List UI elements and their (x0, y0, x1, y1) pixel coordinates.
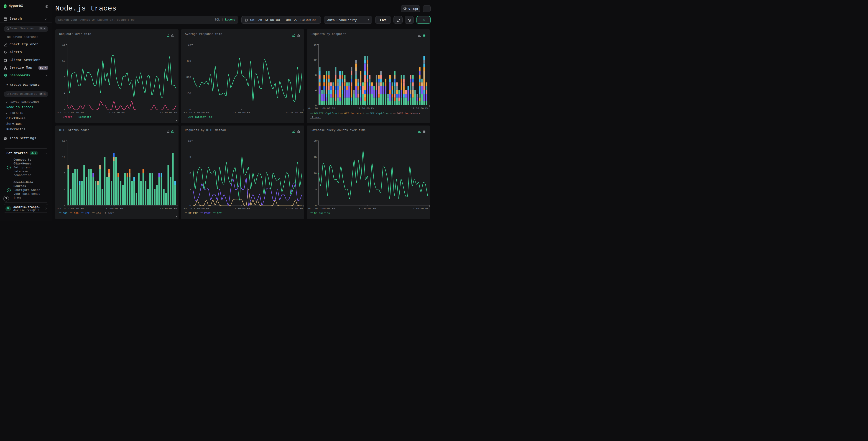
svg-text:12:30:00 PM: 12:30:00 PM (285, 207, 303, 210)
svg-text:12:30:00 PM: 12:30:00 PM (411, 207, 428, 210)
svg-text:3: 3 (189, 188, 191, 190)
svg-text:12: 12 (188, 139, 191, 142)
svg-text:12: 12 (314, 59, 317, 61)
svg-text:11:00:00 PM: 11:00:00 PM (357, 107, 374, 110)
svg-text:Oct 26 1:00:00 PM: Oct 26 1:00:00 PM (308, 207, 335, 210)
svg-text:15: 15 (314, 155, 317, 158)
svg-text:6: 6 (189, 172, 191, 175)
svg-text:9: 9 (189, 155, 191, 158)
svg-text:0: 0 (189, 204, 191, 207)
svg-text:5: 5 (315, 188, 317, 190)
svg-text:8: 8 (315, 74, 317, 77)
svg-text:Oct 26 1:00:00 PM: Oct 26 1:00:00 PM (308, 107, 335, 110)
svg-text:4: 4 (64, 92, 65, 95)
svg-text:11:30:00 PM: 11:30:00 PM (233, 207, 250, 210)
svg-text:0: 0 (189, 108, 191, 111)
svg-text:0: 0 (64, 108, 65, 111)
svg-text:8: 8 (64, 172, 65, 175)
svg-text:8: 8 (64, 76, 65, 79)
svg-text:12:30:00 PM: 12:30:00 PM (411, 107, 428, 110)
svg-text:150: 150 (186, 92, 191, 95)
svg-text:0: 0 (315, 104, 317, 107)
svg-text:0: 0 (315, 204, 317, 207)
svg-text:Oct 26 1:00:00 PM: Oct 26 1:00:00 PM (183, 111, 209, 114)
svg-text:450: 450 (186, 59, 191, 62)
svg-text:16: 16 (62, 139, 65, 142)
svg-text:4: 4 (64, 188, 65, 190)
svg-text:Oct 26 1:00:00 PM: Oct 26 1:00:00 PM (57, 111, 84, 114)
svg-text:20: 20 (314, 139, 317, 142)
svg-text:11:30:00 PM: 11:30:00 PM (107, 111, 125, 114)
svg-text:11:30:00 PM: 11:30:00 PM (233, 111, 250, 114)
svg-text:16: 16 (314, 43, 317, 46)
svg-text:10: 10 (314, 172, 317, 175)
svg-text:12:30:00 PM: 12:30:00 PM (160, 207, 177, 210)
svg-text:4: 4 (315, 89, 317, 92)
svg-text:300: 300 (186, 76, 191, 79)
svg-text:12:30:00 PM: 12:30:00 PM (285, 111, 303, 114)
svg-text:0: 0 (64, 204, 65, 207)
svg-text:Oct 26 1:00:00 PM: Oct 26 1:00:00 PM (183, 207, 209, 210)
svg-text:Oct 26 1:00:00 PM: Oct 26 1:00:00 PM (57, 207, 84, 210)
svg-text:1k: 1k (188, 43, 191, 46)
svg-text:12: 12 (62, 155, 65, 158)
svg-text:12:30:00 PM: 12:30:00 PM (160, 111, 177, 114)
svg-text:11:30:00 PM: 11:30:00 PM (359, 207, 376, 210)
svg-text:16: 16 (62, 43, 65, 46)
svg-text:11:00:00 PM: 11:00:00 PM (106, 207, 123, 210)
svg-text:12: 12 (62, 59, 65, 62)
